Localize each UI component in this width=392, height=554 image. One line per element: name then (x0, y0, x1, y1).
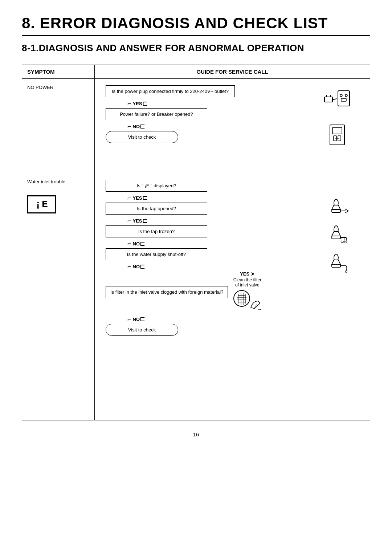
flow-water-inlet: Is " ¡E " displayed? ⌐ YES ⊏ Is the tap … (106, 180, 315, 337)
guide-water-inlet: Is " ¡E " displayed? ⌐ YES ⊏ Is the tap … (95, 173, 370, 420)
arrow-down-7: ⌐ (127, 315, 131, 323)
step-filter-clogged: Is filter in the inlet valve clogged wit… (106, 271, 315, 313)
svg-point-12 (234, 290, 250, 306)
step-tap-frozen: Is the tap frozen? (106, 225, 207, 237)
clean-filter-svg: → (231, 288, 264, 313)
arrow-down-4: ⌐ (127, 217, 131, 225)
yes-right-area: YES ➤ Clean the filter of inlet valve (231, 271, 264, 313)
page-number: 16 (22, 431, 370, 437)
no-label-1: NO (133, 124, 140, 129)
step-tap-opened: Is the tap opened? (106, 203, 207, 215)
tap-open-icon (328, 198, 354, 219)
step-shutoff: Is the water supply shut-off? (106, 248, 207, 260)
arrow-no-1: ⌐ NO ⊏ (127, 122, 147, 130)
box-tap-opened: Is the tap opened? (106, 203, 207, 215)
flow-no-power: Is the power plug connected firmly to 22… (106, 85, 312, 166)
filter-text: Is filter in the inlet valve clogged wit… (110, 289, 223, 295)
shutoff-icon (328, 253, 354, 274)
no-label-2: NO (133, 241, 140, 247)
col-guide-header: GUIDE FOR SERVICE CALL (95, 65, 370, 78)
step-visit-1: Visit to check (106, 131, 178, 143)
box-ie-displayed: Is " ¡E " displayed? (106, 180, 207, 192)
step-breaker: Power failure? or Breaker opened? (106, 108, 207, 120)
svg-point-27 (341, 242, 343, 243)
box-breaker: Power failure? or Breaker opened? (106, 108, 207, 120)
no-label-3: NO (133, 264, 140, 269)
icons-water-inlet (315, 198, 366, 337)
svg-text:→: → (257, 306, 262, 312)
main-title: 8. ERROR DIAGNOSIS AND CHECK LIST (22, 15, 370, 36)
guide-no-power: Is the power plug connected firmly to 22… (95, 79, 370, 173)
svg-point-32 (346, 270, 347, 273)
arrow-down-5: ⌐ (127, 240, 131, 248)
box-power-plug: Is the power plug connected firmly to 22… (106, 85, 235, 97)
svg-rect-26 (332, 236, 340, 239)
filter-clean-icon: Clean the filter of inlet valve (231, 277, 264, 313)
arrow-right-icon: ⊏ (142, 99, 148, 107)
arrow-right-5: ⊏ (140, 240, 145, 248)
arrow-right-7: ⊏ (140, 315, 145, 323)
ie-display: ¡E (27, 195, 56, 213)
svg-point-1 (340, 94, 342, 97)
arrow-right-6: ⊏ (140, 262, 145, 270)
filter-row: Is filter in the inlet valve clogged wit… (106, 271, 315, 313)
box-shutoff: Is the water supply shut-off? (106, 248, 207, 260)
arrow-no-2: ⌐ NO ⊏ (127, 240, 147, 248)
symptom-water-label: Water inlet trouble (27, 179, 65, 184)
step-visit-2: Visit to check (106, 324, 178, 336)
arrow-down-icon: ⌐ (127, 100, 131, 107)
arrow-yes-3: ⌐ YES ⊏ (127, 217, 149, 225)
arrow-no-4: ⌐ NO ⊏ (127, 315, 147, 323)
arrow-yes-2: ⌐ YES ⊏ (127, 194, 149, 202)
diagnosis-table: SYMPTOM GUIDE FOR SERVICE CALL NO POWER … (22, 65, 370, 420)
icons-power (312, 85, 363, 166)
step-ie-displayed: Is " ¡E " displayed? (106, 180, 207, 192)
breaker-icon (323, 123, 352, 150)
arrow-right-3: ⊏ (142, 194, 148, 202)
ie-text: ¡E (35, 199, 49, 210)
arrow-down-3: ⌐ (127, 194, 131, 202)
yes-label-2: YES (133, 195, 142, 201)
plug-icon (323, 89, 352, 116)
no-label-4: NO (133, 317, 140, 322)
svg-rect-24 (332, 209, 340, 212)
step-power-plug: Is the power plug connected firmly to 22… (106, 85, 235, 97)
box-filter: Is filter in the inlet valve clogged wit… (106, 286, 228, 298)
arrow-no-3: ⌐ NO ⊏ (127, 262, 147, 270)
row-water-inlet: Water inlet trouble ¡E Is " ¡E " display… (22, 173, 370, 420)
symptom-no-power-label: NO POWER (27, 85, 53, 90)
arrow-down-icon-2: ⌐ (127, 123, 131, 130)
tap-frozen-icon (328, 224, 354, 248)
svg-point-28 (343, 241, 345, 243)
arrow-yes-1: ⌐ YES ⊏ (127, 99, 149, 107)
col-symptom-header: SYMPTOM (22, 65, 95, 78)
arrow-right-icon-2: ⊏ (140, 122, 145, 130)
svg-rect-8 (332, 127, 342, 134)
row-no-power: NO POWER Is the power plug connected fir… (22, 79, 370, 173)
box-visit-2: Visit to check (106, 324, 178, 336)
clean-label: Clean the filter of inlet valve (231, 277, 264, 288)
symptom-water-inlet: Water inlet trouble ¡E (22, 173, 95, 420)
box-tap-frozen: Is the tap frozen? (106, 225, 207, 237)
svg-rect-31 (332, 264, 340, 267)
arrow-down-6: ⌐ (127, 263, 131, 270)
symptom-no-power: NO POWER (22, 79, 95, 173)
svg-rect-3 (341, 98, 346, 101)
box-visit-1: Visit to check (106, 131, 178, 143)
table-header: SYMPTOM GUIDE FOR SERVICE CALL (22, 65, 370, 79)
yes-label-1: YES (133, 101, 142, 106)
svg-point-29 (346, 241, 347, 243)
svg-point-2 (345, 94, 347, 97)
arrow-right-4: ⊏ (142, 217, 148, 225)
yes-right-label: YES ➤ (240, 271, 255, 277)
subtitle: 8-1.DIAGNOSIS AND ANSWER FOR ABNORMAL OP… (22, 42, 370, 54)
yes-label-3: YES (133, 218, 142, 224)
svg-rect-4 (324, 97, 332, 102)
water-inlet-content: Is " ¡E " displayed? ⌐ YES ⊏ Is the tap … (106, 180, 366, 337)
